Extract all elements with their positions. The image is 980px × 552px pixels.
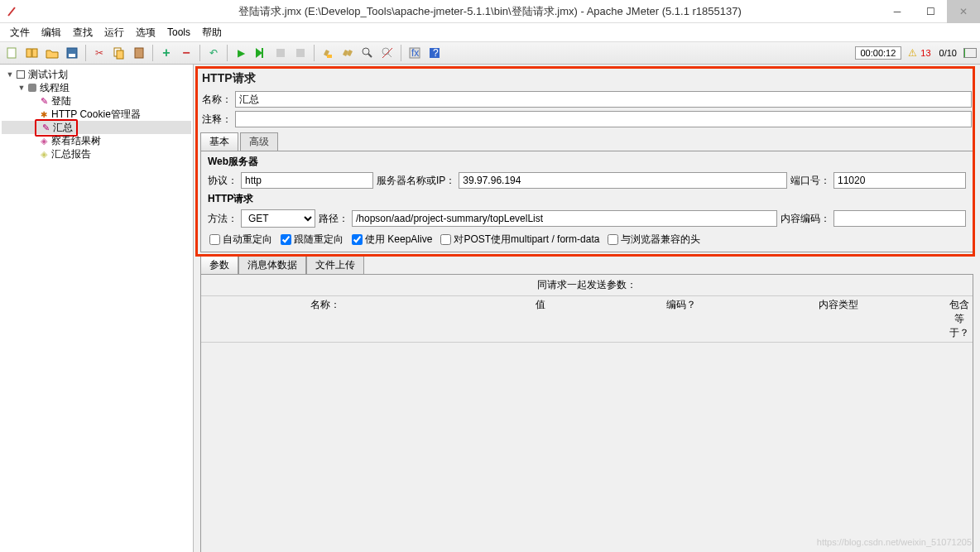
tree-node-thread[interactable]: ▼ 线程组	[2, 81, 191, 94]
menu-search[interactable]: 查找	[68, 24, 98, 41]
start-no-pause-icon[interactable]	[252, 44, 270, 62]
function-icon[interactable]: fx	[406, 44, 424, 62]
svg-rect-6	[117, 50, 123, 59]
add-icon[interactable]: +	[157, 44, 175, 62]
menu-edit[interactable]: 编辑	[36, 24, 66, 41]
remove-icon[interactable]: −	[177, 44, 195, 62]
thread-gauge	[963, 48, 977, 58]
tree-label: 登陆	[51, 94, 71, 108]
col-content-type: 内容类型	[731, 296, 946, 342]
protocol-label: 协议：	[208, 174, 238, 188]
http-req-label: HTTP请求	[201, 190, 973, 208]
new-icon[interactable]	[3, 44, 22, 62]
tree-node-cookie[interactable]: ✱ HTTP Cookie管理器	[2, 108, 191, 121]
editor-panel: HTTP请求 名称： 注释： 基本 高级 Web服务器 协议： 服务器名称或IP…	[194, 65, 980, 552]
chk-auto-redirect[interactable]: 自动重定向	[209, 233, 272, 247]
undo-icon[interactable]: ↶	[204, 44, 223, 62]
web-server-label: Web服务器	[201, 153, 973, 170]
name-label: 名称：	[202, 93, 232, 107]
maximize-button[interactable]: ☐	[914, 0, 947, 23]
svg-rect-10	[327, 55, 332, 58]
start-icon[interactable]: ▶	[232, 44, 250, 62]
chk-follow-redirect[interactable]: 跟随重定向	[281, 233, 343, 247]
menu-help[interactable]: 帮助	[197, 24, 227, 41]
comment-label: 注释：	[202, 113, 232, 127]
test-plan-tree[interactable]: ▼ 测试计划 ▼ 线程组 ✎ 登陆 ✱ HTTP Cookie管理器 ✎汇总 ◈…	[0, 65, 194, 552]
tab-advanced[interactable]: 高级	[240, 132, 278, 151]
port-input[interactable]	[833, 172, 966, 189]
svg-rect-7	[135, 48, 143, 58]
close-button[interactable]: ✕	[947, 0, 980, 23]
name-input[interactable]	[235, 91, 972, 108]
app-icon	[7, 6, 18, 17]
subtab-params[interactable]: 参数	[200, 256, 238, 274]
svg-rect-2	[32, 49, 37, 57]
method-select[interactable]: GET	[241, 209, 315, 228]
path-label: 路径：	[319, 212, 348, 226]
chk-multipart[interactable]: 对POST使用multipart / form-data	[440, 233, 599, 247]
menu-file[interactable]: 文件	[5, 24, 35, 41]
port-label: 端口号：	[790, 174, 830, 188]
subtab-files[interactable]: 文件上传	[306, 256, 364, 274]
cut-icon[interactable]: ✂	[90, 44, 108, 62]
toolbar: ✂ + − ↶ ▶ fx ? 00:00:12 ⚠ 13 0/10	[0, 41, 980, 65]
menu-tools[interactable]: Tools	[162, 25, 195, 40]
chk-keepalive[interactable]: 使用 KeepAlive	[352, 233, 432, 247]
stop-icon[interactable]	[271, 44, 290, 62]
watermark: https://blog.csdn.net/weixin_51071205	[817, 537, 972, 547]
tree-label: 线程组	[40, 81, 70, 95]
svg-rect-1	[26, 49, 31, 57]
col-encode: 编码？	[632, 296, 731, 342]
server-input[interactable]	[459, 172, 787, 189]
paste-icon[interactable]	[130, 44, 148, 62]
params-header: 名称： 值 编码？ 内容类型 包含等于？	[201, 295, 973, 343]
save-icon[interactable]	[63, 44, 81, 62]
comment-input[interactable]	[235, 111, 972, 127]
tree-node-summary[interactable]: ✎汇总	[2, 121, 191, 134]
tree-label: 测试计划	[28, 68, 68, 82]
svg-rect-0	[7, 48, 16, 58]
server-label: 服务器名称或IP：	[377, 174, 455, 188]
params-title: 同请求一起发送参数：	[201, 275, 973, 295]
chk-browser[interactable]: 与浏览器兼容的头	[608, 233, 700, 247]
menu-bar: 文件 编辑 查找 运行 选项 Tools 帮助	[0, 23, 980, 41]
svg-text:?: ?	[433, 47, 439, 59]
clear-all-icon[interactable]	[339, 44, 357, 62]
panel-title: HTTP请求	[195, 66, 978, 89]
copy-icon[interactable]	[110, 44, 128, 62]
subtab-body[interactable]: 消息体数据	[238, 256, 306, 274]
tree-label: 汇总报告	[51, 147, 91, 161]
svg-rect-4	[69, 54, 75, 57]
templates-icon[interactable]	[23, 44, 41, 62]
tree-node-viewtree[interactable]: ◈ 察看结果树	[2, 134, 191, 147]
thread-ratio: 0/10	[939, 48, 957, 58]
open-icon[interactable]	[43, 44, 61, 62]
protocol-input[interactable]	[241, 172, 373, 189]
svg-point-11	[363, 48, 369, 55]
shutdown-icon[interactable]	[291, 44, 310, 62]
elapsed-timer: 00:00:12	[855, 46, 902, 60]
error-count: 13	[920, 48, 930, 58]
menu-run[interactable]: 运行	[99, 24, 129, 41]
tab-basic[interactable]: 基本	[200, 132, 238, 151]
clear-icon[interactable]	[319, 44, 337, 62]
tree-node-plan[interactable]: ▼ 测试计划	[2, 68, 191, 81]
window-title: 登陆请求.jmx (E:\Develop_Tools\apache-jmeter…	[238, 4, 742, 19]
svg-point-12	[382, 48, 389, 55]
path-input[interactable]	[352, 210, 777, 227]
warning-icon[interactable]: ⚠	[908, 47, 917, 59]
help-icon[interactable]: ?	[425, 44, 444, 62]
menu-options[interactable]: 选项	[131, 24, 161, 41]
params-table-body[interactable]	[201, 343, 973, 548]
tree-node-login[interactable]: ✎ 登陆	[2, 94, 191, 108]
svg-text:fx: fx	[411, 47, 419, 59]
minimize-button[interactable]: ─	[881, 0, 914, 23]
reset-search-icon[interactable]	[378, 44, 396, 62]
tree-node-report[interactable]: ◈ 汇总报告	[2, 147, 191, 161]
encoding-label: 内容编码：	[781, 212, 830, 226]
encoding-input[interactable]	[833, 210, 966, 227]
search-icon[interactable]	[358, 44, 377, 62]
method-label: 方法：	[208, 212, 238, 226]
svg-rect-8	[276, 49, 285, 57]
svg-rect-9	[296, 49, 305, 57]
